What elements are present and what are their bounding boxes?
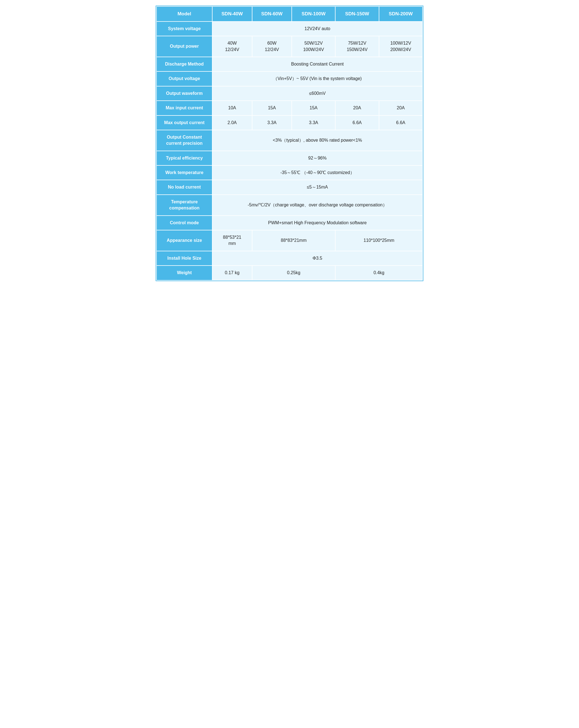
value-appearance-size-1: 88*53*21 mm <box>212 230 252 251</box>
value-output-power-4: 100W/12V 200W/24V <box>379 36 423 57</box>
value-max-output-current-0: 2.0A <box>212 115 252 130</box>
value-weight-1: 0.17 kg <box>212 265 252 280</box>
row-install-hole: Install Hole SizeΦ3.5 <box>156 251 423 265</box>
row-work-temperature: Work temperature-35～55℃ （-40～90℃ customi… <box>156 165 423 180</box>
row-no-load-current: No load current≤5～15mA <box>156 180 423 194</box>
row-appearance-size: Appearance size88*53*21 mm88*83*21mm110*… <box>156 230 423 251</box>
label-appearance-size: Appearance size <box>156 230 212 251</box>
value-work-temperature: -35～55℃ （-40～90℃ customized） <box>212 165 423 180</box>
value-max-input-current-4: 20A <box>379 101 423 115</box>
row-control-mode: Control modePWM+smart High Frequency Mod… <box>156 216 423 230</box>
label-max-output-current: Max output current <box>156 115 212 130</box>
value-output-waveform: ≤600mV <box>212 86 423 101</box>
value-max-output-current-4: 6.6A <box>379 115 423 130</box>
label-output-constant-current: Output Constant current precision <box>156 130 212 151</box>
label-discharge-method: Discharge Method <box>156 57 212 71</box>
label-system-voltage: System voltage <box>156 22 212 36</box>
value-appearance-size-3: 110*100*25mm <box>335 230 423 251</box>
row-output-constant-current: Output Constant current precision<3%（typ… <box>156 130 423 151</box>
row-system-voltage: System voltage12V24V auto <box>156 22 423 36</box>
row-weight: Weight0.17 kg0.25kg0.4kg <box>156 265 423 280</box>
value-output-power-3: 75W/12V 150W/24V <box>335 36 379 57</box>
value-typical-efficiency: 92～96% <box>212 151 423 165</box>
value-max-input-current-0: 10A <box>212 101 252 115</box>
label-output-power: Output power <box>156 36 212 57</box>
label-install-hole: Install Hole Size <box>156 251 212 265</box>
label-work-temperature: Work temperature <box>156 165 212 180</box>
value-install-hole: Φ3.5 <box>212 251 423 265</box>
label-typical-efficiency: Typical efficiency <box>156 151 212 165</box>
col5-header: SDN-200W <box>379 6 423 22</box>
label-weight: Weight <box>156 265 212 280</box>
value-output-power-0: 40W 12/24V <box>212 36 252 57</box>
label-temperature-compensation: Temperature compensation <box>156 195 212 216</box>
col3-header: SDN-100W <box>292 6 335 22</box>
value-max-input-current-3: 20A <box>335 101 379 115</box>
value-max-output-current-2: 3.3A <box>292 115 335 130</box>
value-no-load-current: ≤5～15mA <box>212 180 423 194</box>
value-max-input-current-2: 15A <box>292 101 335 115</box>
col2-header: SDN-60W <box>252 6 292 22</box>
col4-header: SDN-150W <box>335 6 379 22</box>
value-weight-2: 0.25kg <box>252 265 336 280</box>
col1-header: SDN-40W <box>212 6 252 22</box>
header-row: Model SDN-40W SDN-60W SDN-100W SDN-150W … <box>156 6 423 22</box>
value-max-output-current-1: 3.3A <box>252 115 292 130</box>
value-discharge-method: Boosting Constant Current <box>212 57 423 71</box>
value-output-power-1: 60W 12/24V <box>252 36 292 57</box>
row-discharge-method: Discharge MethodBoosting Constant Curren… <box>156 57 423 71</box>
row-output-power: Output power40W 12/24V60W 12/24V50W/12V … <box>156 36 423 57</box>
label-output-waveform: Output waveform <box>156 86 212 101</box>
value-appearance-size-2: 88*83*21mm <box>252 230 336 251</box>
label-control-mode: Control mode <box>156 216 212 230</box>
row-output-voltage: Output voltage（Vin+5V）~ 55V (Vin is the … <box>156 71 423 86</box>
row-typical-efficiency: Typical efficiency92～96% <box>156 151 423 165</box>
spec-table: Model SDN-40W SDN-60W SDN-100W SDN-150W … <box>156 6 423 281</box>
label-max-input-current: Max input current <box>156 101 212 115</box>
value-system-voltage: 12V24V auto <box>212 22 423 36</box>
row-max-output-current: Max output current2.0A3.3A3.3A6.6A6.6A <box>156 115 423 130</box>
row-temperature-compensation: Temperature compensation-5mv/℃/2V（charge… <box>156 195 423 216</box>
value-weight-3: 0.4kg <box>335 265 423 280</box>
value-temperature-compensation: -5mv/℃/2V（charge voltage、over discharge … <box>212 195 423 216</box>
value-control-mode: PWM+smart High Frequency Modulation soft… <box>212 216 423 230</box>
value-max-output-current-3: 6.6A <box>335 115 379 130</box>
value-max-input-current-1: 15A <box>252 101 292 115</box>
value-output-constant-current: <3%（typical）, above 80% rated power<1% <box>212 130 423 151</box>
value-output-voltage: （Vin+5V）~ 55V (Vin is the system voltage… <box>212 71 423 86</box>
value-output-power-2: 50W/12V 100W/24V <box>292 36 335 57</box>
row-output-waveform: Output waveform≤600mV <box>156 86 423 101</box>
model-header: Model <box>156 6 212 22</box>
row-max-input-current: Max input current10A15A15A20A20A <box>156 101 423 115</box>
label-no-load-current: No load current <box>156 180 212 194</box>
label-output-voltage: Output voltage <box>156 71 212 86</box>
